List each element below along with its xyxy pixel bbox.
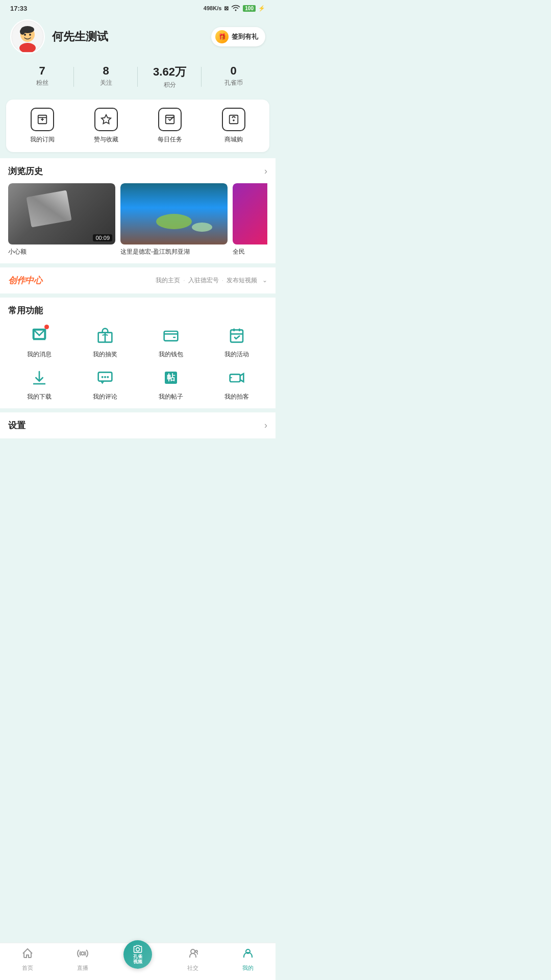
signal-icon: ⊠: [224, 5, 229, 12]
func-post[interactable]: 帖 我的帖子: [140, 366, 202, 401]
stat-follow[interactable]: 8 关注: [74, 64, 138, 89]
settings-title: 设置: [8, 420, 26, 431]
svg-point-26: [101, 376, 103, 378]
avatar[interactable]: [10, 19, 45, 54]
wallet-icon: [159, 324, 183, 347]
history-item-3[interactable]: 全民: [233, 183, 267, 256]
points-label: 积分: [138, 81, 202, 89]
download-icon: [28, 366, 51, 389]
video-title-1: 小心额: [8, 248, 115, 256]
thumb-video-1-bg: 00:09: [8, 183, 115, 244]
username: 何先生测试: [52, 29, 108, 44]
svg-rect-12: [165, 115, 174, 124]
common-functions-section: 常用功能 我的消息 我的抽奖: [0, 298, 276, 408]
action-shop[interactable]: 商城购: [202, 108, 265, 144]
func-message-label: 我的消息: [27, 350, 52, 359]
video-title-2: 这里是德宏-盈江凯邦亚湖: [120, 248, 228, 256]
checkin-button[interactable]: 🎁 签到有礼: [211, 27, 265, 46]
thumb-video-2-bg: [120, 183, 228, 244]
creation-center-logo: 创作中心: [8, 275, 42, 286]
stats-row: 7 粉丝 8 关注 3.62万 积分 0 孔雀币: [0, 64, 276, 100]
link-post-video[interactable]: 发布短视频: [227, 276, 257, 285]
creation-expand-icon[interactable]: ⌄: [262, 277, 267, 284]
shop-icon: [222, 108, 245, 131]
svg-point-27: [104, 376, 106, 378]
status-time: 17:33: [10, 5, 27, 12]
quick-actions-card: 我的订阅 赞与收藏 每日任务 商城购: [6, 100, 269, 152]
action-favorites-label: 赞与收藏: [94, 135, 118, 144]
charging-icon: ⚡: [258, 5, 265, 12]
coins-label: 孔雀币: [202, 79, 265, 87]
photographer-icon: [225, 366, 248, 389]
functions-grid: 我的消息 我的抽奖 我的钱包: [8, 324, 267, 401]
island-2: [192, 223, 212, 232]
link-join-dehong[interactable]: 入驻德宏号: [188, 276, 219, 285]
checkin-label: 签到有礼: [232, 32, 258, 41]
comment-icon: [93, 366, 117, 389]
profile-left: 何先生测试: [10, 19, 108, 54]
island-1: [156, 214, 192, 229]
link-my-homepage[interactable]: 我的主页: [156, 276, 180, 285]
history-item-1[interactable]: 00:09 小心额: [8, 183, 115, 256]
svg-point-4: [20, 29, 25, 35]
follow-count: 8: [74, 64, 138, 78]
history-item-2[interactable]: 这里是德宏-盈江凯邦亚湖: [120, 183, 228, 256]
foil-decoration: [26, 190, 71, 228]
creation-links: 我的主页 · 入驻德宏号 · 发布短视频 ⌄: [156, 276, 267, 285]
history-arrow[interactable]: ›: [264, 166, 267, 177]
func-lottery[interactable]: 我的抽奖: [74, 324, 136, 359]
fans-count: 7: [10, 64, 74, 78]
svg-rect-20: [231, 330, 243, 342]
network-speed: 498K/s: [204, 5, 221, 11]
svg-point-5: [24, 34, 26, 36]
settings-arrow[interactable]: ›: [264, 420, 267, 431]
lottery-icon: [93, 324, 117, 347]
func-message[interactable]: 我的消息: [8, 324, 70, 359]
func-photographer[interactable]: 我的拍客: [206, 366, 267, 401]
func-activity[interactable]: 我的活动: [206, 324, 267, 359]
message-icon: [28, 324, 51, 347]
stat-points[interactable]: 3.62万 积分: [138, 64, 202, 89]
func-wallet[interactable]: 我的钱包: [140, 324, 202, 359]
profile-header: 何先生测试 🎁 签到有礼: [0, 14, 276, 64]
status-right: 498K/s ⊠ 100 ⚡: [204, 4, 265, 12]
action-subscription[interactable]: 我的订阅: [10, 108, 74, 144]
action-daily-task[interactable]: 每日任务: [138, 108, 202, 144]
svg-point-6: [29, 34, 31, 36]
points-count: 3.62万: [138, 64, 202, 80]
browsing-history-section: 浏览历史 › 00:09 小心额 这里是德宏-盈江凯邦亚湖 全民: [0, 158, 276, 263]
coins-count: 0: [202, 64, 265, 78]
creation-center-section: 创作中心 我的主页 · 入驻德宏号 · 发布短视频 ⌄: [0, 267, 276, 293]
history-scroll: 00:09 小心额 这里是德宏-盈江凯邦亚湖 全民: [8, 183, 267, 256]
func-wallet-label: 我的钱包: [159, 350, 183, 359]
activity-icon: [225, 324, 248, 347]
svg-marker-11: [101, 115, 110, 124]
func-lottery-label: 我的抽奖: [93, 350, 117, 359]
thumb-video-3-bg: [233, 183, 267, 244]
message-badge: [44, 325, 49, 329]
svg-text:帖: 帖: [167, 373, 176, 382]
stat-coins[interactable]: 0 孔雀币: [202, 64, 265, 89]
checkin-icon: 🎁: [215, 30, 229, 43]
common-functions-title: 常用功能: [8, 306, 43, 315]
func-photographer-label: 我的拍客: [224, 393, 249, 401]
func-download[interactable]: 我的下载: [8, 366, 70, 401]
func-comment-label: 我的评论: [93, 393, 117, 401]
func-comment[interactable]: 我的评论: [74, 366, 136, 401]
stat-fans[interactable]: 7 粉丝: [10, 64, 74, 89]
action-subscription-label: 我的订阅: [30, 135, 55, 144]
func-download-label: 我的下载: [27, 393, 52, 401]
func-activity-label: 我的活动: [224, 350, 249, 359]
svg-point-28: [107, 376, 109, 378]
wifi-icon: [231, 4, 240, 12]
subscription-icon: [31, 108, 54, 131]
video-duration-1: 00:09: [93, 234, 112, 241]
svg-point-15: [233, 120, 234, 121]
post-icon: 帖: [159, 366, 183, 389]
action-favorites[interactable]: 赞与收藏: [74, 108, 138, 144]
follow-label: 关注: [74, 79, 138, 87]
favorites-icon: [94, 108, 118, 131]
section-header-history: 浏览历史 ›: [8, 165, 267, 177]
fans-label: 粉丝: [10, 79, 74, 87]
settings-section[interactable]: 设置 ›: [0, 412, 276, 438]
